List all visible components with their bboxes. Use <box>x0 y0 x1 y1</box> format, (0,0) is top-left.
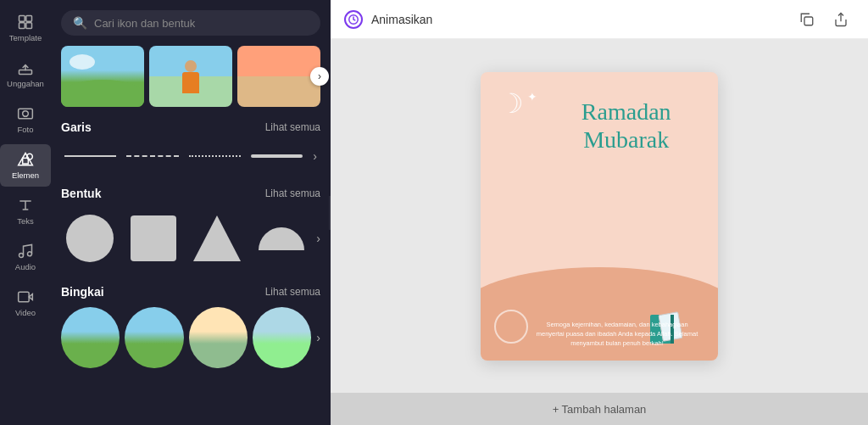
nav-item-foto[interactable]: Foto <box>0 98 51 141</box>
panel-collapse-handle[interactable]: ‹ <box>329 196 331 230</box>
nav-item-teks[interactable]: Teks <box>0 190 51 232</box>
bingkai-lihat-semua[interactable]: Lihat semua <box>265 286 320 298</box>
shape-triangle-item[interactable] <box>189 209 246 268</box>
moon-icon: ☽ <box>499 87 524 120</box>
bingkai-thumb-4[interactable] <box>253 307 311 368</box>
nav-label-video: Video <box>15 308 36 317</box>
line-thick[interactable] <box>251 154 303 158</box>
ramadan-title-line1: Ramadan <box>581 98 671 126</box>
nav-label-audio: Audio <box>15 262 36 271</box>
line-dotted[interactable] <box>189 155 241 157</box>
garis-section-header: Garis Lihat semua <box>61 120 320 134</box>
line-dashed[interactable] <box>126 155 178 157</box>
top-bar: Animasikan <box>331 0 868 39</box>
shape-half-circle-item[interactable] <box>253 209 309 268</box>
search-input[interactable] <box>94 17 309 30</box>
image-thumb-1[interactable] <box>61 46 144 107</box>
images-next-arrow[interactable]: › <box>310 67 329 86</box>
search-icon: 🔍 <box>73 16 87 30</box>
nav-item-template[interactable]: Template <box>0 7 51 49</box>
share-icon-btn[interactable] <box>827 6 854 33</box>
nav-label-foto: Foto <box>17 125 33 134</box>
shapes-row: › <box>61 209 320 268</box>
top-bar-actions <box>793 6 854 33</box>
nav-item-audio[interactable]: Audio <box>0 236 51 278</box>
main-canvas-area: Animasikan ☽ ✦ Ramadan Mubarak <box>331 0 868 425</box>
svg-rect-1 <box>26 16 32 22</box>
svg-point-6 <box>23 111 29 117</box>
bentuk-lihat-semua[interactable]: Lihat semua <box>265 187 320 199</box>
card-body-text: Semoga kejernihan, kedamaian, dan kebaha… <box>531 320 703 349</box>
duplicate-icon-btn[interactable] <box>793 6 821 33</box>
bingkai-thumb-1[interactable] <box>61 307 120 368</box>
nav-item-elemen[interactable]: Elemen <box>0 144 51 187</box>
svg-rect-15 <box>804 17 813 25</box>
svg-point-10 <box>19 254 24 258</box>
elements-panel: 🔍 › Garis Lihat semua <box>51 0 331 425</box>
bingkai-section-header: Bingkai Lihat semua <box>61 285 320 299</box>
canvas-wrapper: ☽ ✦ Ramadan Mubarak Semoga kejernihan, k… <box>331 39 868 393</box>
lines-row: › <box>61 143 320 170</box>
ramadan-card[interactable]: ☽ ✦ Ramadan Mubarak Semoga kejernihan, k… <box>481 72 718 361</box>
shape-half-circle <box>259 227 304 250</box>
animate-icon <box>344 10 363 29</box>
svg-rect-2 <box>19 23 25 29</box>
nav-label-elemen: Elemen <box>12 171 39 180</box>
image-thumb-3[interactable] <box>237 46 320 107</box>
svg-rect-3 <box>26 23 32 29</box>
card-text-area: Semoga kejernihan, kedamaian, dan kebaha… <box>481 310 718 361</box>
nav-label-teks: Teks <box>17 216 34 226</box>
moon-star-decoration: ☽ ✦ <box>499 87 537 120</box>
search-bar[interactable]: 🔍 <box>61 10 320 36</box>
add-page-label: + Tambah halaman <box>553 403 647 416</box>
bingkai-thumb-2[interactable] <box>125 307 183 368</box>
garis-title: Garis <box>61 120 92 134</box>
animate-label[interactable]: Animasikan <box>371 13 432 26</box>
svg-rect-12 <box>19 292 30 302</box>
bentuk-section-header: Bentuk Lihat semua <box>61 187 320 200</box>
garis-lihat-semua[interactable]: Lihat semua <box>265 121 320 133</box>
shape-square <box>131 215 176 261</box>
nav-item-unggahan[interactable]: Unggahan <box>0 53 51 95</box>
shape-square-item[interactable] <box>125 209 181 268</box>
nav-label-template: Template <box>9 33 42 42</box>
left-navigation: Template Unggahan Foto Elemen Teks Audio… <box>0 0 51 425</box>
card-title: Ramadan Mubarak <box>581 98 671 154</box>
ramadan-title-line2: Mubarak <box>581 126 671 154</box>
top-images-row: › <box>61 46 320 107</box>
bingkai-next-arrow[interactable]: › <box>316 331 320 344</box>
bingkai-row: › <box>61 307 320 368</box>
shape-circle-item[interactable] <box>61 209 118 268</box>
svg-rect-4 <box>19 70 32 75</box>
bingkai-thumb-3[interactable] <box>189 307 248 368</box>
nav-item-video[interactable]: Video <box>0 282 51 324</box>
lines-next-arrow[interactable]: › <box>313 149 317 163</box>
bentuk-title: Bentuk <box>61 187 101 200</box>
nav-label-unggahan: Unggahan <box>7 79 44 88</box>
shape-circle <box>66 215 114 262</box>
star-icon: ✦ <box>527 90 537 103</box>
add-page-bar[interactable]: + Tambah halaman <box>331 393 868 425</box>
shape-triangle <box>193 215 241 261</box>
svg-point-11 <box>28 252 32 256</box>
line-solid[interactable] <box>64 155 116 157</box>
svg-rect-0 <box>19 16 25 22</box>
bingkai-title: Bingkai <box>61 285 104 299</box>
image-thumb-2[interactable] <box>149 46 232 107</box>
shapes-next-arrow[interactable]: › <box>316 232 320 245</box>
